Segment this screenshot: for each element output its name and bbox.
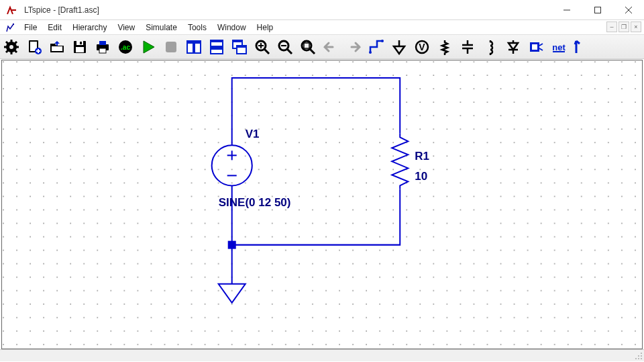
svg-text:V: V <box>419 42 425 52</box>
source-value-label[interactable]: SINE(0 12 50) <box>219 196 291 209</box>
zoom-out-icon[interactable] <box>274 37 296 57</box>
menu-hierarchy[interactable]: Hierarchy <box>67 21 112 34</box>
svg-rect-26 <box>99 48 106 53</box>
mdi-controls: – ❐ × <box>606 21 641 32</box>
menu-file[interactable]: File <box>19 21 42 34</box>
menu-view[interactable]: View <box>112 21 140 34</box>
op-point-icon[interactable]: .ac <box>115 37 136 57</box>
svg-point-53 <box>381 40 384 42</box>
menubar: File Edit Hierarchy View Simulate Tools … <box>0 20 644 35</box>
svg-rect-33 <box>195 41 201 44</box>
svg-rect-37 <box>211 48 223 50</box>
resize-grip-icon[interactable] <box>633 351 644 361</box>
document-icon <box>4 21 16 34</box>
svg-rect-41 <box>237 46 246 48</box>
window-controls <box>551 0 644 19</box>
component-icon[interactable] <box>525 37 547 57</box>
inductor-icon[interactable] <box>480 37 501 57</box>
statusbar <box>0 349 644 361</box>
menu-help[interactable]: Help <box>252 21 279 34</box>
stop-simulation-icon[interactable] <box>160 37 182 57</box>
svg-point-49 <box>302 41 311 50</box>
close-button[interactable] <box>613 0 644 19</box>
svg-rect-36 <box>211 40 223 42</box>
svg-point-82 <box>638 358 639 359</box>
svg-line-12 <box>15 50 17 52</box>
mdi-restore-button[interactable]: ❐ <box>619 21 629 32</box>
svg-rect-51 <box>304 43 309 48</box>
svg-rect-4 <box>13 24 14 25</box>
zoom-in-icon[interactable] <box>252 37 273 57</box>
toolbar: .ac V <box>0 35 644 59</box>
svg-point-78 <box>641 353 642 354</box>
tile-vertical-icon[interactable] <box>183 37 205 57</box>
svg-rect-1 <box>595 7 601 13</box>
wire-icon[interactable] <box>366 37 387 57</box>
svg-rect-65 <box>532 44 537 50</box>
schematic-canvas[interactable]: V1 SINE(0 12 50) R1 10 <box>1 60 643 349</box>
svg-rect-25 <box>99 41 106 45</box>
new-schematic-icon[interactable] <box>23 37 45 57</box>
svg-line-50 <box>310 49 315 54</box>
titlebar: LTspice - [Draft1.asc] <box>0 0 644 20</box>
svg-rect-29 <box>166 42 176 52</box>
svg-rect-32 <box>187 41 193 44</box>
svg-point-80 <box>638 355 639 357</box>
junction-node[interactable] <box>228 241 236 249</box>
schematic-svg[interactable]: V1 SINE(0 12 50) R1 10 <box>2 60 642 349</box>
save-file-icon[interactable] <box>69 37 91 57</box>
tile-horizontal-icon[interactable] <box>206 37 227 57</box>
cascade-windows-icon[interactable] <box>229 37 250 57</box>
svg-line-13 <box>6 50 8 52</box>
menu-simulate[interactable]: Simulate <box>140 21 182 34</box>
undo-icon[interactable] <box>320 37 341 57</box>
mdi-close-button[interactable]: × <box>631 21 641 32</box>
window-title: LTspice - [Draft1.asc] <box>23 5 551 15</box>
svg-point-81 <box>641 358 642 359</box>
svg-rect-39 <box>233 40 242 42</box>
app-icon <box>5 3 19 17</box>
menu-window[interactable]: Window <box>212 21 252 34</box>
resistor-value-label[interactable]: 10 <box>415 170 427 183</box>
redo-icon[interactable] <box>343 37 364 57</box>
diode-icon[interactable] <box>502 37 524 57</box>
svg-point-83 <box>635 358 637 359</box>
settings-gear-icon[interactable] <box>1 37 22 57</box>
svg-rect-22 <box>80 42 82 44</box>
maximize-button[interactable] <box>582 0 613 19</box>
open-file-icon[interactable] <box>46 37 68 57</box>
ground-icon[interactable] <box>388 37 410 57</box>
svg-point-6 <box>9 45 13 49</box>
voltage-source-icon[interactable]: V <box>411 37 433 57</box>
svg-point-52 <box>369 51 372 54</box>
print-icon[interactable] <box>92 37 113 57</box>
svg-text:.ac: .ac <box>121 44 130 51</box>
run-simulation-icon[interactable] <box>138 37 159 57</box>
minimize-button[interactable] <box>551 0 582 19</box>
mdi-minimize-button[interactable]: – <box>606 21 617 32</box>
menu-tools[interactable]: Tools <box>182 21 212 34</box>
resistor-name-label[interactable]: R1 <box>415 150 429 163</box>
svg-line-43 <box>264 49 269 54</box>
capacitor-icon[interactable] <box>457 37 478 57</box>
svg-rect-73 <box>2 60 642 349</box>
svg-line-47 <box>287 49 292 54</box>
svg-point-79 <box>641 355 642 357</box>
resistor-icon[interactable] <box>434 37 455 57</box>
svg-line-11 <box>6 42 8 44</box>
move-icon[interactable] <box>571 37 592 57</box>
net-label-icon[interactable]: net <box>548 37 570 57</box>
svg-line-70 <box>575 41 576 44</box>
svg-rect-23 <box>76 47 84 52</box>
zoom-fit-icon[interactable] <box>297 37 319 57</box>
menu-edit[interactable]: Edit <box>42 21 67 34</box>
svg-line-14 <box>15 42 17 44</box>
svg-text:net: net <box>552 42 566 52</box>
source-name-label[interactable]: V1 <box>246 128 260 140</box>
